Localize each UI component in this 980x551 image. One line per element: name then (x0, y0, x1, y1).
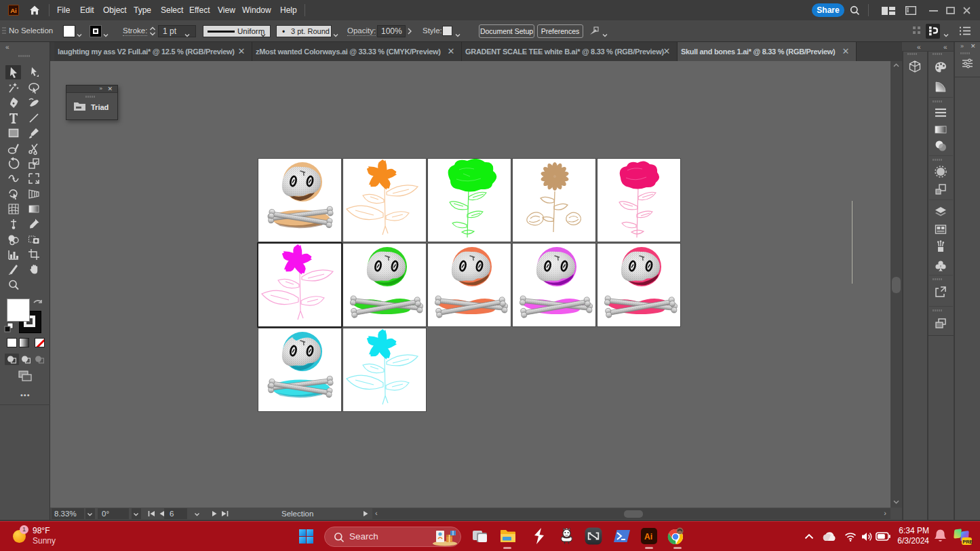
svg-text:Ai: Ai (644, 532, 652, 542)
svg-text:PRE: PRE (962, 539, 973, 545)
